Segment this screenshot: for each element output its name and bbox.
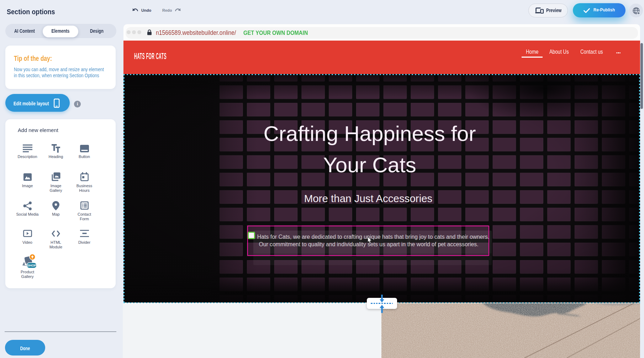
svg-text:SHOP: SHOP — [27, 263, 37, 267]
